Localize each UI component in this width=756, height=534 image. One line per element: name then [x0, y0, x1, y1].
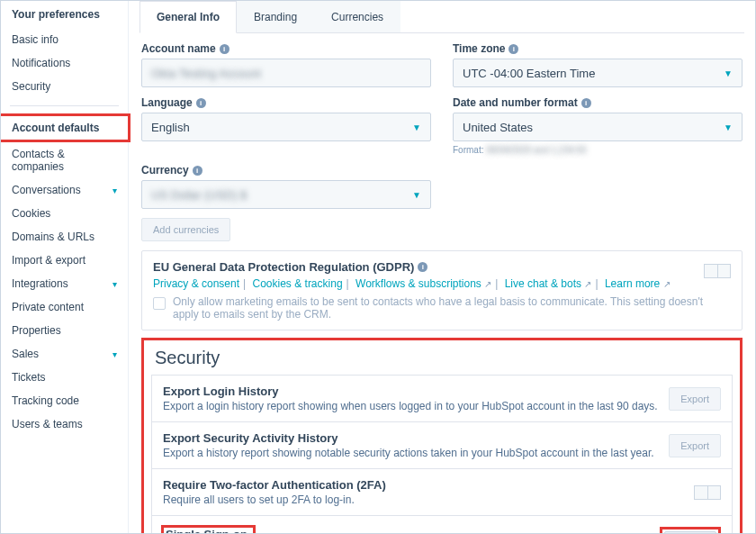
sidebar-item-tracking-code[interactable]: Tracking code — [1, 389, 128, 412]
dateformat-hint: Format: 06/04/2020 and 1,234.56 — [453, 145, 742, 155]
divider — [10, 105, 119, 106]
gdpr-toggle[interactable] — [704, 264, 731, 278]
sidebar-item-tickets[interactable]: Tickets — [1, 366, 128, 389]
link-learn-more[interactable]: Learn more — [605, 277, 660, 290]
info-icon[interactable]: i — [508, 44, 518, 54]
external-link-icon: ↗ — [584, 279, 591, 289]
sidebar-item-sales[interactable]: Sales ▾ — [1, 342, 128, 366]
gdpr-legal-basis-checkbox[interactable] — [153, 297, 166, 310]
tab-branding[interactable]: Branding — [237, 1, 314, 32]
sso-heading-highlight: Single Sign-on — [161, 525, 256, 533]
export-login-heading: Export Login History — [163, 385, 721, 398]
sidebar-item-integrations[interactable]: Integrations ▾ — [1, 272, 128, 295]
security-row-export-activity: Export Security Activity History Export … — [151, 421, 733, 469]
info-icon[interactable]: i — [193, 166, 202, 176]
sidebar-item-domains-urls[interactable]: Domains & URLs — [1, 225, 128, 249]
sidebar-item-label: Sales — [12, 348, 39, 360]
sidebar-item-contacts-companies[interactable]: Contacts & companies — [1, 142, 128, 178]
twofa-toggle[interactable] — [694, 485, 721, 500]
language-label: Language i — [141, 96, 431, 109]
add-currencies-button[interactable]: Add currencies — [141, 218, 230, 241]
security-row-2fa: Require Two-factor Authentication (2FA) … — [151, 468, 733, 516]
dateformat-select[interactable]: United States ▼ — [453, 113, 742, 141]
sidebar-item-cookies[interactable]: Cookies — [1, 202, 128, 225]
chevron-down-icon: ▾ — [112, 279, 117, 289]
gdpr-checkbox-text: Only allow marketing emails to be sent t… — [173, 295, 731, 321]
export-login-desc: Export a login history report showing wh… — [163, 400, 721, 412]
link-live-chat-bots[interactable]: Live chat & bots — [505, 277, 581, 290]
gdpr-panel: EU General Data Protection Regulation (G… — [141, 250, 742, 330]
sidebar-item-conversations[interactable]: Conversations ▾ — [1, 178, 128, 202]
info-icon[interactable]: i — [581, 98, 591, 108]
currency-label: Currency i — [141, 164, 431, 176]
link-privacy-consent[interactable]: Privacy & consent — [153, 277, 239, 290]
security-row-export-login: Export Login History Export a login hist… — [151, 375, 733, 422]
sidebar-item-private-content[interactable]: Private content — [1, 295, 128, 319]
link-cookies-tracking[interactable]: Cookies & tracking — [253, 277, 343, 290]
main-content: General Info Branding Currencies Account… — [129, 1, 755, 533]
external-link-icon: ↗ — [484, 279, 491, 289]
gdpr-links: Privacy & consent| Cookies & tracking| W… — [153, 277, 731, 290]
sso-heading: Single Sign-on — [166, 528, 248, 533]
gdpr-title: EU General Data Protection Regulation (G… — [153, 260, 731, 274]
sidebar-highlight-account-defaults: Account defaults — [0, 113, 130, 142]
sidebar-item-security[interactable]: Security — [1, 75, 128, 98]
sidebar: Your preferences Basic info Notification… — [1, 1, 129, 533]
tab-currencies[interactable]: Currencies — [314, 1, 400, 32]
sidebar-item-import-export[interactable]: Import & export — [1, 249, 128, 272]
security-section-highlight: Security Export Login History Export a l… — [141, 338, 742, 533]
chevron-down-icon: ▾ — [112, 349, 117, 359]
account-name-label: Account name i — [141, 42, 431, 55]
link-workflows-subscriptions[interactable]: Workflows & subscriptions — [356, 277, 482, 290]
export-login-button[interactable]: Export — [669, 387, 721, 411]
external-link-icon: ↗ — [663, 279, 670, 289]
sidebar-item-account-defaults[interactable]: Account defaults — [1, 116, 128, 140]
sidebar-item-label: Conversations — [12, 184, 81, 196]
info-icon[interactable]: i — [418, 262, 428, 272]
currency-select[interactable]: US Dollar (USD) $ ▼ — [141, 180, 431, 209]
dateformat-label: Date and number format i — [453, 96, 742, 109]
info-icon[interactable]: i — [220, 44, 230, 54]
twofa-desc: Require all users to set up 2FA to log-i… — [163, 493, 721, 506]
timezone-label: Time zone i — [453, 42, 742, 55]
sidebar-item-properties[interactable]: Properties — [1, 319, 128, 342]
sidebar-item-notifications[interactable]: Notifications — [1, 51, 128, 75]
sso-setup-button[interactable]: Set up — [664, 531, 716, 534]
tab-general-info[interactable]: General Info — [140, 1, 237, 33]
sidebar-item-basic-info[interactable]: Basic info — [1, 28, 128, 51]
chevron-down-icon: ▼ — [412, 190, 421, 200]
sidebar-heading-preferences: Your preferences — [1, 5, 128, 28]
chevron-down-icon: ▼ — [412, 122, 421, 132]
twofa-heading: Require Two-factor Authentication (2FA) — [163, 478, 721, 492]
sidebar-item-label: Integrations — [12, 277, 68, 290]
sidebar-item-users-teams[interactable]: Users & teams — [1, 412, 128, 436]
account-name-input[interactable]: Okta Testing Account — [141, 59, 431, 87]
tabs: General Info Branding Currencies — [140, 1, 744, 33]
chevron-down-icon: ▾ — [112, 186, 117, 195]
export-activity-button[interactable]: Export — [669, 434, 721, 457]
security-title: Security — [155, 348, 733, 368]
info-icon[interactable]: i — [196, 98, 206, 108]
chevron-down-icon: ▼ — [724, 122, 733, 132]
sso-setup-highlight: Set up — [660, 527, 721, 534]
export-activity-desc: Export a history report showing notable … — [163, 447, 721, 459]
export-activity-heading: Export Security Activity History — [163, 431, 721, 445]
language-select[interactable]: English ▼ — [141, 113, 431, 141]
security-row-sso: Single Sign-on Use your company's login … — [151, 515, 733, 533]
chevron-down-icon: ▼ — [724, 68, 733, 78]
timezone-select[interactable]: UTC -04:00 Eastern Time ▼ — [453, 59, 742, 87]
